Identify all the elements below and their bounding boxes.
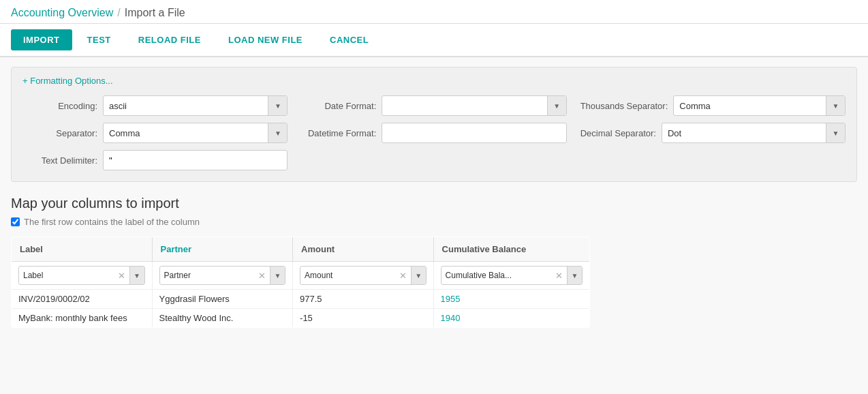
- encoding-row: Encoding: ascii ▼: [22, 95, 288, 116]
- toolbar: IMPORT TEST RELOAD FILE LOAD NEW FILE CA…: [0, 24, 868, 57]
- mapping-cumbal-dropdown[interactable]: ▼: [567, 267, 582, 284]
- encoding-value: ascii: [104, 101, 268, 111]
- text-delimiter-label: Text Delimiter:: [22, 155, 97, 166]
- content-area: + Formatting Options... Encoding: ascii …: [0, 57, 868, 337]
- row2-label: MyBank: monthly bank fees: [12, 309, 153, 328]
- date-format-label: Date Format:: [301, 101, 376, 111]
- separator-label: Separator:: [22, 128, 97, 138]
- col-header-cumbal: Cumulative Balance: [433, 237, 589, 262]
- encoding-select[interactable]: ascii ▼: [103, 95, 288, 116]
- col-header-amount: Amount: [293, 237, 434, 262]
- app-title[interactable]: Accounting Overview: [11, 7, 113, 19]
- map-columns-section: Map your columns to import The first row…: [11, 196, 857, 328]
- breadcrumb-bar: Accounting Overview / Import a File: [0, 0, 868, 24]
- datetime-format-input[interactable]: [382, 123, 565, 142]
- map-columns-title: Map your columns to import: [11, 196, 857, 211]
- mapping-partner-dropdown[interactable]: ▼: [270, 267, 285, 284]
- first-row-checkbox[interactable]: [11, 217, 20, 226]
- thousands-separator-row: Thousands Separator: Comma ▼: [580, 95, 846, 116]
- row2-amount: -15: [293, 309, 434, 328]
- mapping-cumbal-clear[interactable]: ✕: [551, 271, 567, 281]
- mapping-amount-value: Amount: [300, 271, 395, 280]
- formatting-options-panel: + Formatting Options... Encoding: ascii …: [11, 67, 857, 182]
- breadcrumb-separator: /: [117, 7, 120, 19]
- separator-select[interactable]: Comma ▼: [103, 123, 288, 143]
- decimal-separator-select[interactable]: Dot ▼: [662, 123, 846, 143]
- decimal-separator-value: Dot: [662, 128, 826, 138]
- thousands-separator-label: Thousands Separator:: [580, 101, 668, 111]
- row2-cumbal: 1940: [433, 309, 589, 328]
- separator-value: Comma: [104, 128, 268, 138]
- first-row-checkbox-row: The first row contains the label of the …: [11, 217, 857, 227]
- col-header-label: Label: [12, 237, 153, 262]
- mapping-row: Label ✕ ▼ Partner ✕ ▼: [12, 262, 590, 290]
- mapping-cell-cumbal[interactable]: Cumulative Bala... ✕ ▼: [433, 262, 589, 290]
- separator-dropdown-arrow[interactable]: ▼: [268, 123, 287, 142]
- mapping-partner-clear[interactable]: ✕: [254, 271, 270, 281]
- mapping-label-clear[interactable]: ✕: [114, 271, 129, 281]
- cancel-button[interactable]: CANCEL: [317, 29, 381, 50]
- page-title: Import a File: [125, 7, 185, 19]
- import-button[interactable]: IMPORT: [11, 29, 72, 50]
- row1-partner: Yggdrasil Flowers: [152, 290, 293, 309]
- encoding-label: Encoding:: [22, 101, 97, 111]
- mapping-cell-amount[interactable]: Amount ✕ ▼: [293, 262, 434, 290]
- col-header-partner: Partner: [152, 237, 293, 262]
- text-delimiter-input[interactable]: [104, 151, 158, 170]
- thousands-separator-select[interactable]: Comma ▼: [673, 95, 846, 116]
- mapping-cell-label[interactable]: Label ✕ ▼: [12, 262, 153, 290]
- mapping-amount-dropdown[interactable]: ▼: [411, 267, 426, 284]
- load-new-file-button[interactable]: LOAD NEW FILE: [216, 29, 315, 50]
- encoding-dropdown-arrow[interactable]: ▼: [268, 96, 287, 115]
- table-row: MyBank: monthly bank fees Stealthy Wood …: [12, 309, 590, 328]
- separator-row: Separator: Comma ▼: [22, 123, 288, 143]
- datetime-format-input-wrapper[interactable]: [382, 123, 566, 143]
- date-format-dropdown-arrow[interactable]: ▼: [547, 96, 566, 115]
- text-delimiter-row: Text Delimiter:: [22, 150, 288, 170]
- mapping-amount-clear[interactable]: ✕: [395, 271, 411, 281]
- mapping-partner-value: Partner: [160, 271, 255, 280]
- text-delimiter-input-wrapper[interactable]: [103, 150, 288, 170]
- test-button[interactable]: TEST: [75, 29, 123, 50]
- date-format-select[interactable]: ▼: [382, 95, 566, 116]
- datetime-format-label: Datetime Format:: [301, 128, 376, 138]
- formatting-toggle[interactable]: + Formatting Options...: [22, 76, 846, 86]
- decimal-separator-label: Decimal Separator:: [580, 128, 656, 138]
- thousands-separator-value: Comma: [674, 101, 826, 111]
- table-row: INV/2019/0002/02 Yggdrasil Flowers 977.5…: [12, 290, 590, 309]
- decimal-separator-dropdown-arrow[interactable]: ▼: [826, 123, 845, 142]
- first-row-label: The first row contains the label of the …: [24, 217, 200, 227]
- reload-file-button[interactable]: RELOAD FILE: [126, 29, 213, 50]
- thousands-separator-dropdown-arrow[interactable]: ▼: [826, 96, 845, 115]
- datetime-format-row: Datetime Format:: [301, 123, 566, 143]
- import-table: Label Partner Amount Cumulative Balance: [11, 237, 590, 328]
- mapping-label-dropdown[interactable]: ▼: [129, 267, 144, 284]
- mapping-label-value: Label: [19, 271, 114, 280]
- decimal-separator-row: Decimal Separator: Dot ▼: [580, 123, 846, 143]
- row1-label: INV/2019/0002/02: [12, 290, 153, 309]
- row2-partner: Stealthy Wood Inc.: [152, 309, 293, 328]
- mapping-cumbal-value: Cumulative Bala...: [441, 271, 551, 280]
- row1-amount: 977.5: [293, 290, 434, 309]
- mapping-cell-partner[interactable]: Partner ✕ ▼: [152, 262, 293, 290]
- row1-cumbal: 1955: [433, 290, 589, 309]
- date-format-row: Date Format: ▼: [301, 95, 566, 116]
